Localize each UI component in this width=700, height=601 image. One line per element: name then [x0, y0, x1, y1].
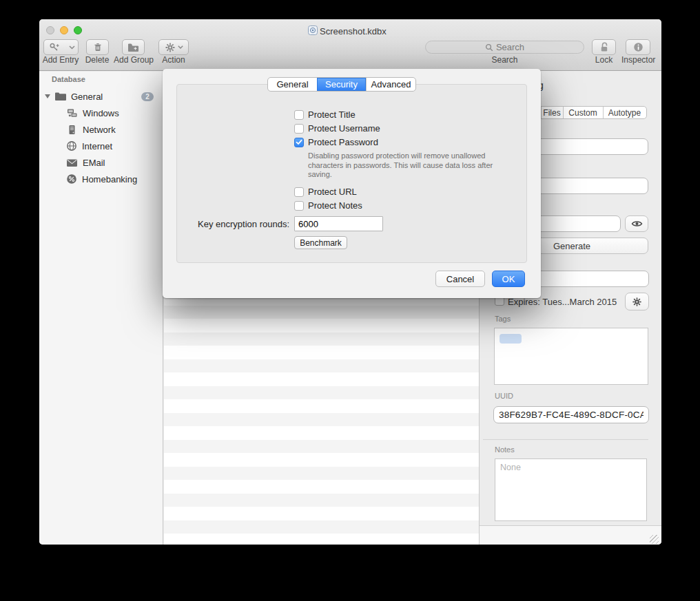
trash-icon	[92, 42, 103, 53]
generate-label: Generate	[553, 241, 590, 251]
sidebar-item-label: EMail	[83, 158, 105, 168]
inspector-button[interactable]	[626, 39, 650, 55]
sidebar-item-label: Internet	[82, 141, 112, 151]
tab-custom[interactable]: Custom	[563, 107, 603, 118]
protect-title-checkbox[interactable]	[294, 110, 304, 120]
add-group-label: Add Group	[112, 55, 155, 65]
tab-general[interactable]: General	[268, 78, 317, 91]
search-input[interactable]: Search	[425, 41, 584, 54]
inspector-footer	[480, 525, 661, 545]
protect-password-row[interactable]: Protect Password	[294, 137, 378, 147]
uuid-label: UUID	[495, 392, 513, 400]
screen: { "window": { "title": "Screenshot.kdbx"…	[0, 0, 700, 601]
protect-username-row[interactable]: Protect Username	[294, 123, 380, 134]
add-group-button[interactable]	[122, 39, 145, 55]
ok-button[interactable]: OK	[492, 271, 525, 287]
window-title: Screenshot.kdbx	[320, 26, 387, 36]
sidebar-item-general[interactable]: General 2	[39, 89, 163, 104]
inspector-label: Inspector	[621, 55, 655, 65]
protect-notes-label: Protect Notes	[308, 200, 362, 211]
gear-icon	[632, 297, 642, 307]
protect-url-row[interactable]: Protect URL	[294, 187, 357, 197]
protect-title-row[interactable]: Protect Title	[294, 109, 356, 120]
protect-username-checkbox[interactable]	[294, 124, 304, 134]
expires-options-button[interactable]	[625, 293, 649, 310]
tags-label: Tags	[495, 315, 511, 323]
sidebar-item-label: Windows	[83, 108, 119, 118]
uuid-field[interactable]	[493, 406, 649, 423]
close-button	[46, 26, 54, 34]
count-badge: 2	[141, 92, 154, 101]
lock-label: Lock	[592, 55, 616, 65]
protect-notes-checkbox[interactable]	[294, 201, 304, 211]
notes-input[interactable]: None	[495, 458, 647, 521]
add-entry-dropdown-button[interactable]	[65, 39, 79, 55]
workgroup-icon	[66, 108, 78, 118]
folder-icon	[54, 92, 67, 101]
delete-label: Delete	[85, 55, 110, 65]
folder-plus-icon	[127, 43, 139, 52]
eye-icon	[631, 220, 643, 228]
chevron-down-icon	[69, 45, 75, 50]
password-protection-note: Disabling password protection will remov…	[308, 151, 527, 180]
protect-password-label: Protect Password	[308, 137, 378, 147]
protect-username-label: Protect Username	[308, 123, 380, 134]
search-placeholder: Search	[496, 42, 524, 52]
delete-button[interactable]	[86, 39, 109, 55]
sidebar: Database General 2 Windows Network	[39, 72, 163, 545]
protect-title-label: Protect Title	[308, 109, 356, 120]
envelope-icon	[66, 158, 78, 167]
info-icon	[633, 42, 644, 52]
window-chrome: Screenshot.kdbx	[39, 19, 661, 71]
notes-placeholder: None	[500, 463, 521, 472]
tag-token[interactable]	[500, 334, 522, 344]
section-divider	[483, 439, 648, 440]
tab-files[interactable]: Files	[541, 107, 563, 118]
check-icon	[296, 139, 302, 145]
zoom-button[interactable]	[74, 26, 82, 34]
protect-password-checkbox[interactable]	[294, 138, 304, 147]
globe-icon	[66, 140, 77, 151]
add-entry-label: Add Entry	[39, 55, 82, 65]
tags-input[interactable]	[494, 328, 648, 385]
sidebar-item-label: Homebanking	[82, 174, 137, 184]
tab-security[interactable]: Security	[317, 78, 366, 91]
benchmark-label: Benchmark	[300, 238, 342, 248]
search-label: Search	[425, 55, 584, 65]
action-button[interactable]	[158, 39, 189, 55]
notes-label: Notes	[495, 445, 515, 454]
protect-url-label: Protect URL	[308, 187, 357, 197]
sidebar-item-label: Network	[83, 125, 116, 135]
server-icon	[66, 125, 78, 135]
key-encryption-rounds-label: Key encryption rounds:	[176, 219, 289, 229]
sidebar-header: Database	[52, 75, 85, 83]
dialog-tab-bar: General Security Advanced	[267, 77, 416, 92]
percent-circle-icon	[66, 173, 77, 184]
gear-icon	[165, 42, 176, 53]
tab-advanced[interactable]: Advanced	[366, 78, 415, 91]
chevron-down-icon	[178, 45, 183, 49]
minimize-button[interactable]	[60, 26, 68, 34]
reveal-password-button[interactable]	[625, 215, 648, 232]
tab-autotype[interactable]: Autotype	[603, 107, 646, 118]
cancel-label: Cancel	[446, 274, 474, 284]
add-entry-button[interactable]	[43, 39, 66, 55]
disclosure-triangle-icon[interactable]	[45, 94, 50, 98]
protect-url-checkbox[interactable]	[294, 187, 304, 197]
sidebar-item-label: General	[71, 92, 103, 102]
action-label: Action	[158, 55, 189, 65]
lock-button[interactable]	[592, 39, 616, 55]
key-plus-icon	[49, 42, 61, 53]
lock-open-icon	[599, 41, 610, 53]
benchmark-button[interactable]: Benchmark	[294, 236, 347, 249]
ok-label: OK	[502, 274, 515, 284]
key-encryption-rounds-input[interactable]	[294, 216, 383, 231]
resize-grip[interactable]	[650, 535, 659, 544]
protect-notes-row[interactable]: Protect Notes	[294, 200, 362, 211]
expires-label: Expires: Tues...March 2015	[508, 297, 617, 307]
search-icon	[485, 43, 493, 52]
cancel-button[interactable]: Cancel	[435, 271, 485, 287]
database-settings-dialog: General Security Advanced Protect Title …	[163, 69, 541, 298]
document-icon	[308, 25, 318, 35]
